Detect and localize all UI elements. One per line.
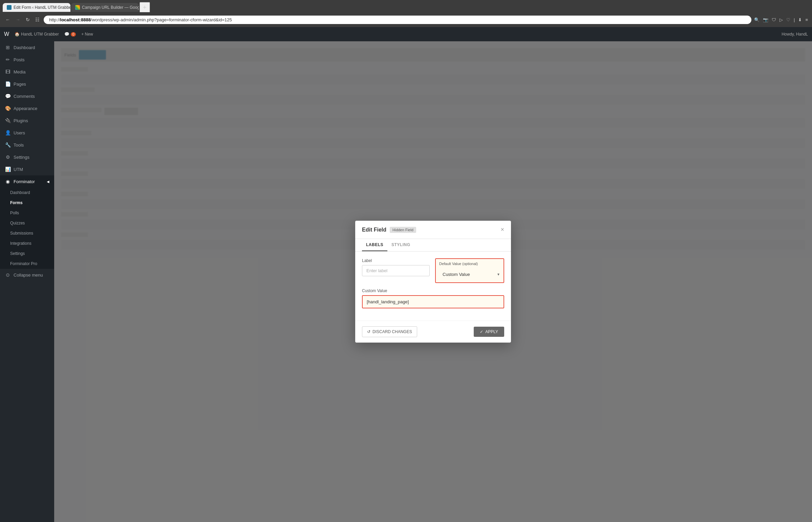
- sub-item-quizzes[interactable]: Quizzes: [0, 218, 54, 228]
- comment-count: 0: [71, 32, 76, 37]
- new-item-label: + New: [81, 32, 93, 37]
- sidebar-label-forminator: Forminator: [14, 179, 35, 184]
- default-value-field-group: Default Value (optional) Custom Value GE…: [435, 258, 504, 283]
- site-name: HandL UTM Grabber: [21, 32, 59, 37]
- new-tab-button[interactable]: +: [139, 2, 150, 13]
- sidebar-item-comments[interactable]: 💬 Comments: [0, 90, 54, 102]
- sidebar-label-plugins: Plugins: [14, 118, 28, 123]
- send-icon[interactable]: ▷: [779, 17, 783, 22]
- admin-bar-comments[interactable]: 💬 0: [64, 32, 76, 37]
- modal-tabs: LABELS STYLING: [355, 239, 511, 252]
- sidebar-item-forminator[interactable]: ◉ Forminator ◀: [0, 175, 54, 187]
- modal-close-button[interactable]: ×: [500, 226, 504, 233]
- tab-styling[interactable]: STYLING: [388, 239, 414, 251]
- download-icon[interactable]: ⬇: [798, 17, 802, 22]
- browser-tab-2[interactable]: Campaign URL Builder — Goog ×: [71, 3, 139, 12]
- sidebar-item-dashboard[interactable]: ⊞ Dashboard: [0, 41, 54, 54]
- tab-label-1: Edit Form ‹ HandL UTM Grabbe: [14, 5, 71, 10]
- sidebar-label-tools: Tools: [14, 142, 24, 147]
- posts-icon: ✏: [5, 57, 11, 62]
- form-row-label-default: Label Default Value (optional) Custom Va…: [362, 258, 504, 283]
- wp-logo[interactable]: W: [4, 31, 9, 37]
- forminator-submenu: Dashboard Forms Polls Quizzes Submission…: [0, 187, 54, 269]
- forward-button[interactable]: →: [14, 16, 22, 24]
- browser-tab-1[interactable]: Edit Form ‹ HandL UTM Grabbe ×: [3, 3, 71, 12]
- sub-item-dashboard[interactable]: Dashboard: [0, 187, 54, 198]
- wp-sidebar: ⊞ Dashboard ✏ Posts 🎞 Media 📄 Pages 💬 Co…: [0, 41, 54, 522]
- sidebar-collapse[interactable]: ⊙ Collapse menu: [0, 269, 54, 281]
- modal-header: Edit Field Hidden Field ×: [355, 221, 511, 239]
- tab-label-2: Campaign URL Builder — Goog: [82, 5, 139, 10]
- sidebar-item-utm[interactable]: 📊 UTM: [0, 163, 54, 175]
- users-icon: 👤: [5, 130, 11, 135]
- sidebar-label-posts: Posts: [14, 57, 25, 62]
- admin-bar-user[interactable]: Howdy, HandL: [781, 32, 808, 37]
- tab-favicon-2: [75, 5, 80, 10]
- discard-changes-button[interactable]: ↺ DISCARD CHANGES: [362, 326, 417, 337]
- appearance-icon: 🎨: [5, 106, 11, 111]
- utm-icon: 📊: [5, 166, 11, 172]
- sub-item-settings[interactable]: Settings: [0, 248, 54, 259]
- search-icon[interactable]: 🔍: [754, 17, 759, 22]
- discard-icon: ↺: [367, 329, 371, 334]
- tab-labels[interactable]: LABELS: [362, 239, 388, 251]
- default-value-select-wrapper: Custom Value GET Parameter Cookie Value …: [436, 269, 503, 280]
- forminator-arrow: ◀: [47, 180, 49, 183]
- sidebar-item-users[interactable]: 👤 Users: [0, 127, 54, 139]
- modal-title: Edit Field: [362, 227, 387, 233]
- toolbar-icons: 🔍 📷 🛡 ▷ ♡ | ⬇ ≡: [754, 17, 808, 22]
- sidebar-item-settings[interactable]: ⚙ Settings: [0, 151, 54, 163]
- apply-button[interactable]: ✓ APPLY: [474, 327, 504, 337]
- sub-label-forms: Forms: [10, 200, 23, 205]
- admin-bar-new[interactable]: + New: [81, 32, 93, 37]
- sidebar-item-posts[interactable]: ✏ Posts: [0, 54, 54, 66]
- sub-label-settings: Settings: [10, 251, 25, 256]
- collapse-label: Collapse menu: [14, 273, 43, 278]
- sub-item-polls[interactable]: Polls: [0, 208, 54, 218]
- default-value-select[interactable]: Custom Value GET Parameter Cookie Value …: [439, 269, 500, 280]
- sidebar-item-pages[interactable]: 📄 Pages: [0, 78, 54, 90]
- sub-item-forms[interactable]: Forms: [0, 198, 54, 208]
- home-button[interactable]: ☷: [34, 16, 41, 24]
- sub-item-integrations[interactable]: Integrations: [0, 238, 54, 248]
- media-icon: 🎞: [5, 69, 11, 75]
- pages-icon: 📄: [5, 81, 11, 87]
- sidebar-item-media[interactable]: 🎞 Media: [0, 66, 54, 78]
- howdy-label: Howdy, HandL: [781, 32, 808, 37]
- default-value-label: Default Value (optional): [436, 259, 503, 267]
- reload-button[interactable]: ↻: [24, 16, 31, 24]
- sub-item-forminator-pro[interactable]: Forminator Pro: [0, 259, 54, 269]
- custom-value-group: Custom Value: [362, 288, 504, 308]
- dashboard-icon: ⊞: [5, 45, 11, 50]
- sidebar-menu: ⊞ Dashboard ✏ Posts 🎞 Media 📄 Pages 💬 Co…: [0, 41, 54, 281]
- back-button[interactable]: ←: [4, 16, 12, 24]
- label-input[interactable]: [362, 265, 430, 276]
- modal-footer: ↺ DISCARD CHANGES ✓ APPLY: [355, 321, 511, 343]
- modal-badge: Hidden Field: [390, 227, 416, 233]
- modal-overlay: Edit Field Hidden Field × LABELS STYLING: [54, 41, 812, 522]
- divider: |: [794, 17, 795, 22]
- apply-check-icon: ✓: [480, 329, 483, 334]
- custom-value-input[interactable]: [362, 295, 504, 308]
- shield-icon[interactable]: 🛡: [772, 17, 776, 22]
- plugins-icon: 🔌: [5, 118, 11, 123]
- sidebar-item-plugins[interactable]: 🔌 Plugins: [0, 115, 54, 127]
- collapse-icon: ⊙: [5, 272, 11, 278]
- sidebar-label-media: Media: [14, 69, 25, 75]
- sub-label-integrations: Integrations: [10, 241, 32, 246]
- sub-label-forminator-pro: Forminator Pro: [10, 261, 37, 266]
- sidebar-item-tools[interactable]: 🔧 Tools: [0, 139, 54, 151]
- address-bar[interactable]: http://localhost:8888/wordpress/wp-admin…: [44, 16, 751, 24]
- menu-icon[interactable]: ≡: [805, 17, 808, 22]
- heart-icon[interactable]: ♡: [786, 17, 790, 22]
- sub-label-quizzes: Quizzes: [10, 221, 25, 225]
- sidebar-item-appearance[interactable]: 🎨 Appearance: [0, 102, 54, 115]
- settings-icon: ⚙: [5, 154, 11, 160]
- label-field-group: Label: [362, 258, 430, 283]
- screenshot-icon[interactable]: 📷: [763, 17, 768, 22]
- sub-item-submissions[interactable]: Submissions: [0, 228, 54, 238]
- sidebar-label-settings: Settings: [14, 155, 29, 160]
- admin-bar-site[interactable]: 🏠 HandL UTM Grabber: [15, 32, 59, 37]
- apply-label: APPLY: [485, 329, 498, 334]
- site-icon: 🏠: [15, 32, 20, 37]
